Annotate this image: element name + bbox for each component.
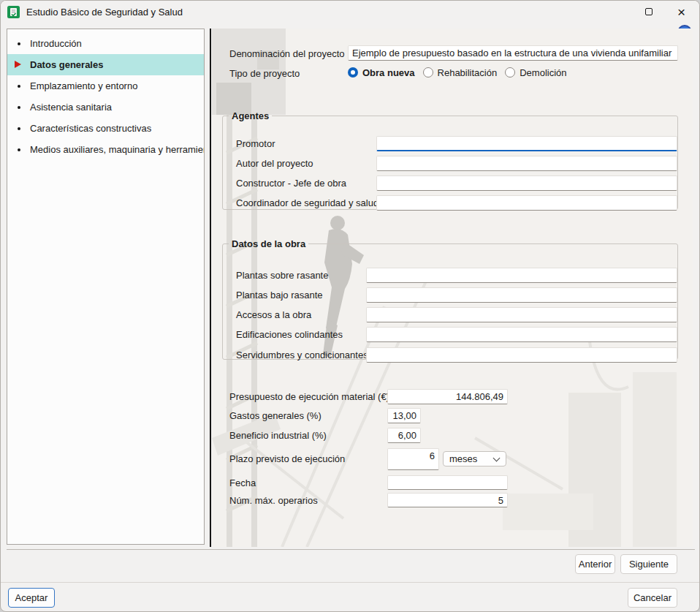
agents-groupbox: Agentes Promotor Autor del proyecto Cons… — [222, 110, 678, 210]
pem-label: Presupuesto de ejecución material (€) — [229, 389, 389, 404]
gastos-generales-input[interactable] — [387, 408, 421, 423]
edificaciones-colindantes-input[interactable] — [366, 327, 677, 342]
aceptar-button[interactable]: Aceptar — [8, 588, 55, 608]
dialog-window: Estudio Básico de Seguridad y Salud × ? … — [0, 0, 700, 612]
anterior-button[interactable]: Anterior — [575, 554, 615, 574]
plazo-unit-value: meses — [449, 453, 477, 464]
window-controls: × — [632, 1, 698, 23]
fecha-label: Fecha — [229, 475, 256, 491]
sidebar: Introducción Datos generales Emplazamien… — [7, 29, 205, 545]
siguiente-button[interactable]: Siguiente — [620, 554, 677, 574]
titlebar: Estudio Básico de Seguridad y Salud — [1, 1, 699, 23]
radio-unchecked-icon — [505, 67, 515, 78]
radio-unchecked-icon — [423, 67, 433, 78]
pem-input[interactable] — [387, 389, 508, 404]
edificaciones-colindantes-label: Edificaciones colindantes — [236, 327, 343, 342]
plazo-label: Plazo previsto de ejecución — [229, 451, 345, 466]
project-name-input[interactable] — [348, 45, 678, 61]
sidebar-main-divider — [210, 29, 211, 547]
project-name-label: Denominación del proyecto — [229, 46, 345, 61]
agents-group-title: Agentes — [229, 110, 272, 121]
num-operarios-input[interactable] — [387, 493, 508, 507]
coordinador-input[interactable] — [376, 195, 677, 211]
cancelar-button[interactable]: Cancelar — [628, 588, 677, 608]
servidumbres-label: Servidumbres y condicionantes — [236, 347, 368, 363]
beneficio-industrial-label: Beneficio industrial (%) — [229, 428, 327, 443]
dialog-footer-divider — [1, 582, 700, 583]
gastos-generales-label: Gastos generales (%) — [229, 408, 322, 423]
plantas-bajo-rasante-label: Plantas bajo rasante — [236, 287, 323, 303]
sidebar-item-label: Datos generales — [30, 59, 103, 70]
coordinador-label: Coordinador de seguridad y salud — [236, 195, 378, 211]
content-footer-divider — [7, 549, 695, 550]
sidebar-item-asistencia-sanitaria[interactable]: Asistencia sanitaria — [7, 97, 204, 118]
sidebar-item-label: Asistencia sanitaria — [30, 102, 112, 113]
sidebar-item-caracteristicas-constructivas[interactable]: Características constructivas — [7, 118, 204, 139]
sidebar-item-emplazamiento-y-entorno[interactable]: Emplazamiento y entorno — [7, 75, 204, 97]
app-icon — [7, 6, 20, 18]
radio-checked-icon — [348, 67, 358, 78]
beneficio-industrial-input[interactable] — [387, 428, 421, 443]
main-panel: Denominación del proyecto Tipo de proyec… — [212, 29, 693, 547]
accesos-obra-label: Accesos a la obra — [236, 307, 311, 322]
sidebar-item-label: Introducción — [30, 38, 82, 49]
sidebar-item-label: Medios auxiliares, maquinaria y herramie… — [30, 144, 204, 155]
radio-option-demolicion[interactable]: Demolición — [505, 67, 566, 78]
plantas-bajo-rasante-input[interactable] — [366, 287, 677, 303]
plantas-sobre-rasante-label: Plantas sobre rasante — [236, 268, 328, 283]
site-data-groupbox: Datos de la obra Plantas sobre rasante P… — [222, 238, 678, 360]
plantas-sobre-rasante-input[interactable] — [366, 268, 677, 283]
close-button[interactable]: × — [665, 1, 698, 23]
project-type-label: Tipo de proyecto — [229, 66, 300, 81]
plazo-unit-select[interactable]: meses — [443, 451, 506, 466]
promotor-label: Promotor — [236, 136, 275, 151]
fecha-input[interactable] — [387, 475, 508, 490]
promotor-input[interactable] — [376, 136, 677, 151]
sidebar-item-label: Emplazamiento y entorno — [30, 80, 137, 91]
servidumbres-input[interactable] — [366, 347, 677, 363]
sidebar-item-datos-generales[interactable]: Datos generales — [7, 54, 204, 75]
window-title: Estudio Básico de Seguridad y Salud — [26, 7, 183, 18]
autor-proyecto-input[interactable] — [376, 156, 677, 171]
accesos-obra-input[interactable] — [366, 307, 677, 322]
radio-label: Rehabilitación — [438, 67, 498, 78]
sidebar-item-introduccion[interactable]: Introducción — [7, 33, 204, 54]
num-operarios-label: Núm. máx. operarios — [229, 493, 318, 508]
sidebar-item-medios-auxiliares[interactable]: Medios auxiliares, maquinaria y herramie… — [7, 139, 204, 160]
maximize-icon — [645, 8, 653, 15]
maximize-button[interactable] — [632, 1, 665, 23]
project-type-radio-group: Obra nueva Rehabilitación Demolición — [348, 65, 567, 80]
close-icon: × — [677, 5, 685, 19]
constructor-label: Constructor - Jefe de obra — [236, 175, 346, 191]
constructor-input[interactable] — [376, 175, 677, 191]
radio-option-obra-nueva[interactable]: Obra nueva — [348, 67, 415, 78]
radio-label: Demolición — [520, 67, 566, 78]
site-data-group-title: Datos de la obra — [229, 238, 308, 249]
plazo-input[interactable] — [387, 448, 439, 470]
chevron-down-icon — [493, 454, 501, 461]
radio-label: Obra nueva — [362, 67, 415, 78]
autor-proyecto-label: Autor del proyecto — [236, 156, 313, 171]
radio-option-rehabilitacion[interactable]: Rehabilitación — [423, 67, 498, 78]
sidebar-item-label: Características constructivas — [30, 123, 151, 134]
